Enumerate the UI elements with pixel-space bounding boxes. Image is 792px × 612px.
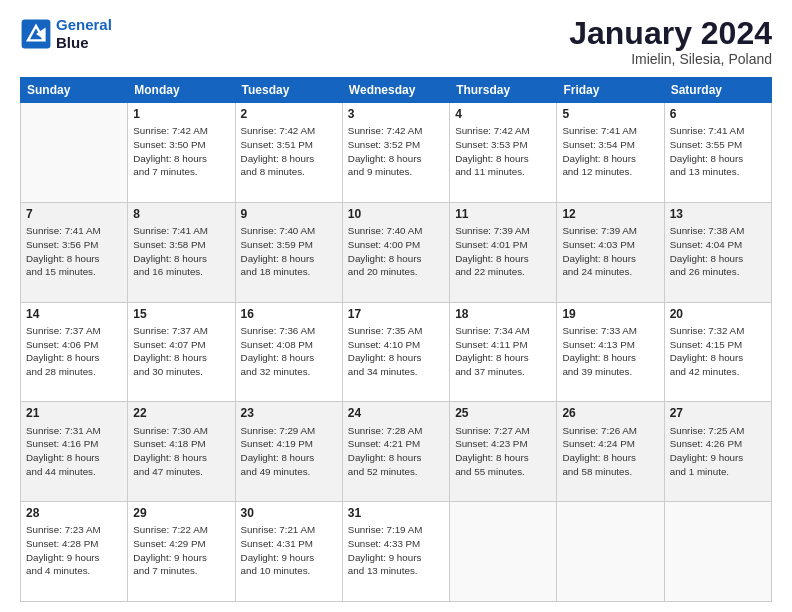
calendar-week-row: 7Sunrise: 7:41 AM Sunset: 3:56 PM Daylig… (21, 202, 772, 302)
day-number: 13 (670, 206, 766, 222)
weekday-header: Wednesday (342, 78, 449, 103)
day-number: 28 (26, 505, 122, 521)
day-info: Sunrise: 7:40 AM Sunset: 3:59 PM Dayligh… (241, 224, 337, 279)
day-number: 26 (562, 405, 658, 421)
calendar-cell: 14Sunrise: 7:37 AM Sunset: 4:06 PM Dayli… (21, 302, 128, 402)
day-info: Sunrise: 7:35 AM Sunset: 4:10 PM Dayligh… (348, 324, 444, 379)
logo-line2: Blue (56, 34, 112, 52)
calendar-cell (557, 502, 664, 602)
day-number: 17 (348, 306, 444, 322)
calendar-week-row: 28Sunrise: 7:23 AM Sunset: 4:28 PM Dayli… (21, 502, 772, 602)
day-info: Sunrise: 7:25 AM Sunset: 4:26 PM Dayligh… (670, 424, 766, 479)
calendar-cell: 12Sunrise: 7:39 AM Sunset: 4:03 PM Dayli… (557, 202, 664, 302)
calendar-cell: 11Sunrise: 7:39 AM Sunset: 4:01 PM Dayli… (450, 202, 557, 302)
calendar-cell: 19Sunrise: 7:33 AM Sunset: 4:13 PM Dayli… (557, 302, 664, 402)
calendar-cell: 8Sunrise: 7:41 AM Sunset: 3:58 PM Daylig… (128, 202, 235, 302)
day-number: 31 (348, 505, 444, 521)
day-number: 3 (348, 106, 444, 122)
title-block: January 2024 Imielin, Silesia, Poland (569, 16, 772, 67)
calendar-cell: 27Sunrise: 7:25 AM Sunset: 4:26 PM Dayli… (664, 402, 771, 502)
weekday-header: Monday (128, 78, 235, 103)
header: General Blue January 2024 Imielin, Siles… (20, 16, 772, 67)
day-number: 1 (133, 106, 229, 122)
day-number: 24 (348, 405, 444, 421)
calendar-cell: 2Sunrise: 7:42 AM Sunset: 3:51 PM Daylig… (235, 103, 342, 203)
day-number: 12 (562, 206, 658, 222)
day-number: 25 (455, 405, 551, 421)
main-title: January 2024 (569, 16, 772, 51)
day-info: Sunrise: 7:37 AM Sunset: 4:07 PM Dayligh… (133, 324, 229, 379)
logo: General Blue (20, 16, 112, 52)
weekday-header: Thursday (450, 78, 557, 103)
day-info: Sunrise: 7:36 AM Sunset: 4:08 PM Dayligh… (241, 324, 337, 379)
day-info: Sunrise: 7:32 AM Sunset: 4:15 PM Dayligh… (670, 324, 766, 379)
weekday-header: Friday (557, 78, 664, 103)
day-info: Sunrise: 7:37 AM Sunset: 4:06 PM Dayligh… (26, 324, 122, 379)
calendar-week-row: 21Sunrise: 7:31 AM Sunset: 4:16 PM Dayli… (21, 402, 772, 502)
calendar-cell: 4Sunrise: 7:42 AM Sunset: 3:53 PM Daylig… (450, 103, 557, 203)
calendar-cell: 29Sunrise: 7:22 AM Sunset: 4:29 PM Dayli… (128, 502, 235, 602)
calendar-week-row: 14Sunrise: 7:37 AM Sunset: 4:06 PM Dayli… (21, 302, 772, 402)
day-number: 14 (26, 306, 122, 322)
day-number: 8 (133, 206, 229, 222)
day-info: Sunrise: 7:21 AM Sunset: 4:31 PM Dayligh… (241, 523, 337, 578)
day-number: 21 (26, 405, 122, 421)
day-info: Sunrise: 7:30 AM Sunset: 4:18 PM Dayligh… (133, 424, 229, 479)
calendar-cell: 9Sunrise: 7:40 AM Sunset: 3:59 PM Daylig… (235, 202, 342, 302)
day-info: Sunrise: 7:23 AM Sunset: 4:28 PM Dayligh… (26, 523, 122, 578)
calendar-cell: 22Sunrise: 7:30 AM Sunset: 4:18 PM Dayli… (128, 402, 235, 502)
day-info: Sunrise: 7:33 AM Sunset: 4:13 PM Dayligh… (562, 324, 658, 379)
day-number: 10 (348, 206, 444, 222)
calendar-cell: 23Sunrise: 7:29 AM Sunset: 4:19 PM Dayli… (235, 402, 342, 502)
calendar-cell: 15Sunrise: 7:37 AM Sunset: 4:07 PM Dayli… (128, 302, 235, 402)
day-number: 20 (670, 306, 766, 322)
calendar-cell: 21Sunrise: 7:31 AM Sunset: 4:16 PM Dayli… (21, 402, 128, 502)
calendar-cell: 10Sunrise: 7:40 AM Sunset: 4:00 PM Dayli… (342, 202, 449, 302)
day-info: Sunrise: 7:22 AM Sunset: 4:29 PM Dayligh… (133, 523, 229, 578)
day-info: Sunrise: 7:41 AM Sunset: 3:55 PM Dayligh… (670, 124, 766, 179)
weekday-header: Saturday (664, 78, 771, 103)
calendar-cell: 5Sunrise: 7:41 AM Sunset: 3:54 PM Daylig… (557, 103, 664, 203)
day-info: Sunrise: 7:39 AM Sunset: 4:03 PM Dayligh… (562, 224, 658, 279)
day-info: Sunrise: 7:42 AM Sunset: 3:51 PM Dayligh… (241, 124, 337, 179)
weekday-header: Tuesday (235, 78, 342, 103)
day-number: 5 (562, 106, 658, 122)
day-number: 29 (133, 505, 229, 521)
day-info: Sunrise: 7:41 AM Sunset: 3:56 PM Dayligh… (26, 224, 122, 279)
logo-line1: General (56, 16, 112, 33)
day-number: 16 (241, 306, 337, 322)
calendar-cell: 31Sunrise: 7:19 AM Sunset: 4:33 PM Dayli… (342, 502, 449, 602)
day-number: 9 (241, 206, 337, 222)
calendar-cell: 17Sunrise: 7:35 AM Sunset: 4:10 PM Dayli… (342, 302, 449, 402)
day-number: 7 (26, 206, 122, 222)
calendar-cell: 26Sunrise: 7:26 AM Sunset: 4:24 PM Dayli… (557, 402, 664, 502)
day-number: 6 (670, 106, 766, 122)
calendar-cell: 20Sunrise: 7:32 AM Sunset: 4:15 PM Dayli… (664, 302, 771, 402)
day-number: 19 (562, 306, 658, 322)
calendar-cell: 3Sunrise: 7:42 AM Sunset: 3:52 PM Daylig… (342, 103, 449, 203)
calendar-week-row: 1Sunrise: 7:42 AM Sunset: 3:50 PM Daylig… (21, 103, 772, 203)
weekday-header: Sunday (21, 78, 128, 103)
day-number: 11 (455, 206, 551, 222)
calendar-cell: 24Sunrise: 7:28 AM Sunset: 4:21 PM Dayli… (342, 402, 449, 502)
logo-icon (20, 18, 52, 50)
day-info: Sunrise: 7:19 AM Sunset: 4:33 PM Dayligh… (348, 523, 444, 578)
calendar-cell (21, 103, 128, 203)
calendar-cell: 25Sunrise: 7:27 AM Sunset: 4:23 PM Dayli… (450, 402, 557, 502)
day-info: Sunrise: 7:27 AM Sunset: 4:23 PM Dayligh… (455, 424, 551, 479)
calendar-cell: 18Sunrise: 7:34 AM Sunset: 4:11 PM Dayli… (450, 302, 557, 402)
day-info: Sunrise: 7:29 AM Sunset: 4:19 PM Dayligh… (241, 424, 337, 479)
calendar-cell: 13Sunrise: 7:38 AM Sunset: 4:04 PM Dayli… (664, 202, 771, 302)
day-info: Sunrise: 7:34 AM Sunset: 4:11 PM Dayligh… (455, 324, 551, 379)
day-number: 23 (241, 405, 337, 421)
day-number: 2 (241, 106, 337, 122)
calendar-cell: 16Sunrise: 7:36 AM Sunset: 4:08 PM Dayli… (235, 302, 342, 402)
day-info: Sunrise: 7:39 AM Sunset: 4:01 PM Dayligh… (455, 224, 551, 279)
day-info: Sunrise: 7:38 AM Sunset: 4:04 PM Dayligh… (670, 224, 766, 279)
day-number: 22 (133, 405, 229, 421)
day-info: Sunrise: 7:42 AM Sunset: 3:53 PM Dayligh… (455, 124, 551, 179)
day-info: Sunrise: 7:42 AM Sunset: 3:50 PM Dayligh… (133, 124, 229, 179)
calendar-cell: 7Sunrise: 7:41 AM Sunset: 3:56 PM Daylig… (21, 202, 128, 302)
day-number: 27 (670, 405, 766, 421)
day-info: Sunrise: 7:40 AM Sunset: 4:00 PM Dayligh… (348, 224, 444, 279)
